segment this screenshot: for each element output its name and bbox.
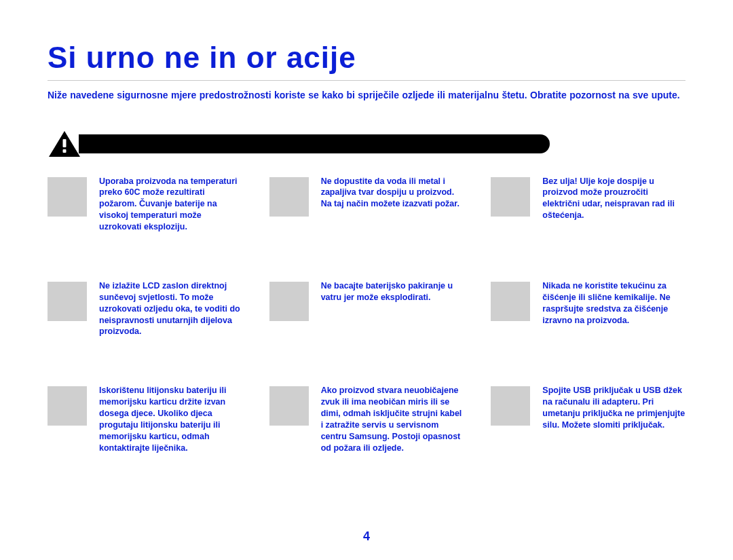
safety-image-placeholder bbox=[491, 386, 530, 426]
safety-image-placeholder bbox=[269, 282, 309, 321]
safety-text: Spojite USB priključak u USB džek na rač… bbox=[542, 385, 685, 431]
safety-item: Spojite USB priključak u USB džek na rač… bbox=[491, 385, 685, 453]
safety-text: Ne izlažite LCD zaslon direktnoj sunčevo… bbox=[99, 280, 242, 337]
safety-text: Bez ulja! Ulje koje dospije u proizvod m… bbox=[542, 176, 685, 222]
safety-text: Ne dopustite da voda ili metal i zapalji… bbox=[321, 176, 464, 210]
safety-image-placeholder bbox=[269, 386, 309, 426]
safety-grid: Uporaba proizvoda na temperaturi preko 6… bbox=[48, 176, 685, 454]
warning-triangle-icon bbox=[48, 130, 81, 158]
safety-image-placeholder bbox=[48, 282, 87, 321]
safety-text: Uporaba proizvoda na temperaturi preko 6… bbox=[99, 176, 242, 233]
safety-item: Iskorištenu litijonsku bateriju ili memo… bbox=[48, 385, 242, 453]
safety-image-placeholder bbox=[48, 177, 87, 217]
safety-text: Ako proizvod stvara neuobičajene zvuk il… bbox=[321, 385, 464, 453]
safety-item: Ne bacajte baterijsko pakiranje u vatru … bbox=[269, 280, 464, 337]
page-number: 4 bbox=[0, 529, 733, 544]
svg-rect-0 bbox=[63, 139, 67, 147]
safety-text: Ne bacajte baterijsko pakiranje u vatru … bbox=[321, 280, 464, 303]
safety-image-placeholder bbox=[491, 177, 530, 217]
warning-banner bbox=[48, 130, 685, 158]
safety-image-placeholder bbox=[491, 282, 530, 321]
safety-text: Iskorištenu litijonsku bateriju ili memo… bbox=[99, 385, 242, 453]
svg-rect-1 bbox=[63, 149, 67, 153]
divider bbox=[48, 80, 685, 81]
page-title: Si urno ne in or acije bbox=[48, 41, 685, 75]
safety-item: Ako proizvod stvara neuobičajene zvuk il… bbox=[269, 385, 464, 453]
safety-item: Bez ulja! Ulje koje dospije u proizvod m… bbox=[491, 176, 685, 233]
safety-item: Ne izlažite LCD zaslon direktnoj sunčevo… bbox=[48, 280, 242, 337]
safety-image-placeholder bbox=[48, 386, 87, 426]
safety-text: Nikada ne koristite tekućinu za čišćenje… bbox=[542, 280, 685, 326]
safety-item: Nikada ne koristite tekućinu za čišćenje… bbox=[491, 280, 685, 337]
warning-bar bbox=[79, 134, 550, 153]
safety-image-placeholder bbox=[269, 177, 309, 217]
safety-item: Ne dopustite da voda ili metal i zapalji… bbox=[269, 176, 464, 233]
safety-item: Uporaba proizvoda na temperaturi preko 6… bbox=[48, 176, 242, 233]
intro-text: Niže navedene sigurnosne mjere predostro… bbox=[48, 89, 685, 102]
